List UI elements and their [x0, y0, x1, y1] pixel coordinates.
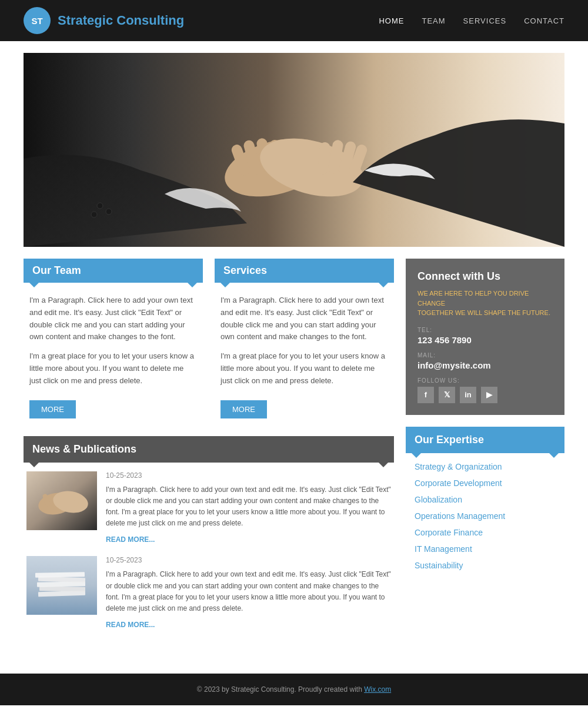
left-panels: Our Team I'm a Paragraph. Click here to … [24, 259, 394, 650]
brand-name-plain: Strategic [58, 13, 113, 28]
svg-point-11 [97, 203, 103, 209]
our-team-panel: Our Team I'm a Paragraph. Click here to … [24, 259, 203, 424]
news-thumb-1 [26, 471, 97, 530]
news-item-2: 10-25-2023 I'm a Paragraph. Click here t… [26, 556, 391, 629]
services-body: I'm a Paragraph. Click here to add your … [215, 283, 394, 424]
news-item: 10-25-2023 I'm a Paragraph. Click here t… [26, 471, 391, 545]
news-thumb-2 [26, 556, 97, 615]
mail-label: MAIL: [417, 352, 553, 359]
nav-home[interactable]: HOME [379, 16, 404, 25]
news-date-1: 10-25-2023 [106, 471, 391, 480]
follow-label: FOLLOW US: [417, 377, 553, 384]
expertise-sustainability[interactable]: Sustainability [415, 561, 556, 570]
news-content-2: 10-25-2023 I'm a Paragraph. Click here t… [106, 556, 391, 629]
twitter-icon[interactable]: 𝕏 [439, 387, 455, 403]
services-body1: I'm a Paragraph. Click here to add your … [220, 294, 388, 343]
right-sidebar: Connect with Us WE ARE HERE TO HELP YOU … [406, 259, 564, 650]
services-panel: Services I'm a Paragraph. Click here to … [215, 259, 394, 424]
our-team-body2: I'm a great place for you to let your us… [29, 350, 197, 387]
expertise-header: Our Expertise [406, 427, 564, 453]
tel-label: TEL: [417, 327, 553, 333]
svg-point-12 [106, 209, 112, 215]
expertise-operations[interactable]: Operations Management [415, 511, 556, 521]
news-text-2: I'm a Paragraph. Click here to add your … [106, 569, 391, 614]
youtube-icon[interactable]: ▶ [481, 387, 497, 403]
expertise-list: Strategy & Organization Corporate Develo… [406, 453, 564, 579]
logo-circle: ST [24, 7, 51, 34]
footer-text: © 2023 by Strategic Consulting. Proudly … [197, 685, 364, 694]
our-team-body1: I'm a Paragraph. Click here to add your … [29, 294, 197, 343]
connect-tagline: WE ARE HERE TO HELP YOU DRIVE CHANGETOGE… [417, 289, 553, 318]
expertise-strategy[interactable]: Strategy & Organization [415, 462, 556, 471]
svg-rect-21 [39, 587, 85, 592]
news-read-more-2[interactable]: READ MORE... [106, 621, 155, 629]
facebook-icon[interactable]: f [417, 387, 434, 403]
expertise-it-management[interactable]: IT Management [415, 544, 556, 554]
services-header: Services [215, 259, 394, 283]
footer: © 2023 by Strategic Consulting. Proudly … [0, 674, 588, 705]
news-date-2: 10-25-2023 [106, 556, 391, 564]
our-team-more-button[interactable]: MORE [29, 400, 76, 418]
expertise-corporate-dev[interactable]: Corporate Development [415, 478, 556, 488]
our-team-body: I'm a Paragraph. Click here to add your … [24, 283, 203, 424]
our-team-header: Our Team [24, 259, 203, 283]
news-section: News & Publications [24, 436, 394, 651]
news-title: News & Publications [32, 443, 136, 455]
nav-team[interactable]: TEAM [422, 16, 445, 25]
services-header-arrow [379, 283, 388, 287]
main-content: Our Team I'm a Paragraph. Click here to … [24, 259, 564, 650]
expertise-header-arrow [549, 453, 559, 458]
main-nav: HOME TEAM SERVICES CONTACT [379, 16, 564, 25]
footer-link[interactable]: Wix.com [364, 685, 391, 694]
news-read-more-1[interactable]: READ MORE... [106, 535, 155, 544]
nav-contact[interactable]: CONTACT [524, 16, 564, 25]
news-header: News & Publications [24, 436, 394, 463]
news-thumb-svg-2 [26, 556, 97, 615]
services-more-button[interactable]: MORE [220, 400, 267, 418]
our-team-title: Our Team [32, 264, 81, 276]
hero-svg [24, 53, 564, 247]
hero-container [24, 53, 564, 247]
logo-text: Strategic Consulting [58, 13, 184, 28]
services-body2: I'm a great place for you to let your us… [220, 350, 388, 387]
brand-name-accent: Consulting [116, 13, 184, 28]
team-header-arrow [188, 283, 197, 287]
logo-initials: ST [31, 16, 42, 26]
connect-title: Connect with Us [417, 270, 553, 283]
hero-image [24, 53, 564, 247]
news-content-1: 10-25-2023 I'm a Paragraph. Click here t… [106, 471, 391, 545]
expertise-box: Our Expertise Strategy & Organization Co… [406, 427, 564, 579]
nav-services[interactable]: SERVICES [463, 16, 507, 25]
news-thumb-svg-1 [26, 471, 97, 530]
svg-rect-24 [35, 572, 85, 578]
connect-box: Connect with Us WE ARE HERE TO HELP YOU … [406, 259, 564, 415]
social-icons: f 𝕏 in ▶ [417, 387, 553, 403]
expertise-corporate-finance[interactable]: Corporate Finance [415, 528, 556, 537]
news-header-arrow [379, 463, 388, 467]
services-title: Services [223, 264, 267, 276]
news-text-1: I'm a Paragraph. Click here to add your … [106, 484, 391, 530]
svg-point-13 [91, 212, 97, 217]
expertise-globalization[interactable]: Globalization [415, 495, 556, 504]
mail-value: info@mysite.com [417, 360, 553, 370]
logo-area: ST Strategic Consulting [24, 7, 184, 34]
linkedin-icon[interactable]: in [460, 387, 476, 403]
expertise-title: Our Expertise [415, 434, 484, 446]
news-body: 10-25-2023 I'm a Paragraph. Click here t… [24, 463, 394, 651]
top-panels: Our Team I'm a Paragraph. Click here to … [24, 259, 394, 424]
header: ST Strategic Consulting HOME TEAM SERVIC… [0, 0, 588, 41]
tel-value: 123 456 7890 [417, 335, 553, 345]
